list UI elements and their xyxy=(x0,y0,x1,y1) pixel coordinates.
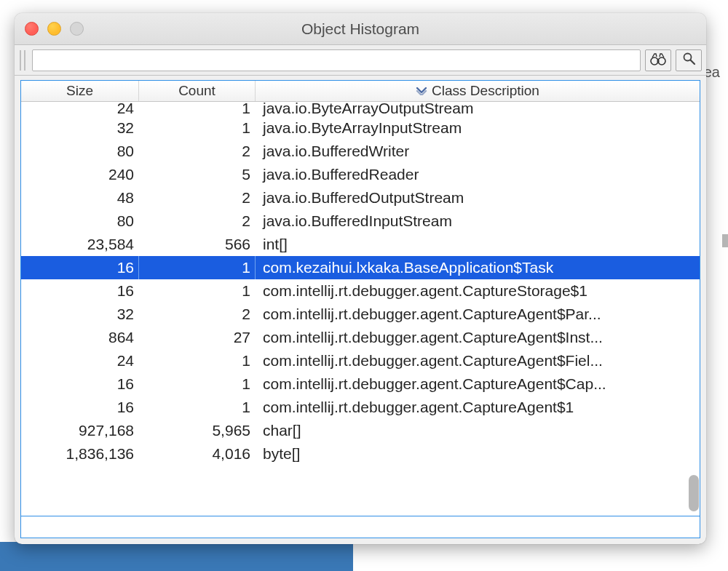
cell-size: 32 xyxy=(21,303,139,326)
cell-description: com.intellij.rt.debugger.agent.CaptureAg… xyxy=(256,326,700,349)
search-input[interactable] xyxy=(32,49,641,71)
cell-size: 80 xyxy=(21,140,139,163)
cell-description: java.io.BufferedInputStream xyxy=(256,209,700,233)
cell-size: 24 xyxy=(21,102,139,116)
svg-line-4 xyxy=(691,60,695,65)
cell-size: 240 xyxy=(21,163,139,186)
table-row[interactable]: 161com.intellij.rt.debugger.agent.Captur… xyxy=(21,396,700,419)
cell-count: 1 xyxy=(139,349,256,372)
table-row[interactable]: 1,836,1364,016byte[] xyxy=(21,442,700,466)
cell-description: char[] xyxy=(256,419,700,442)
cell-size: 48 xyxy=(21,186,139,209)
table-row[interactable]: 482java.io.BufferedOutputStream xyxy=(21,186,700,209)
cell-size: 16 xyxy=(21,372,139,396)
cell-description: com.intellij.rt.debugger.agent.CaptureAg… xyxy=(256,396,700,419)
close-button[interactable] xyxy=(25,22,39,36)
search-button[interactable] xyxy=(676,49,702,71)
cell-count: 1 xyxy=(139,102,256,116)
cell-description: com.intellij.rt.debugger.agent.CaptureAg… xyxy=(256,303,700,326)
cell-description: java.io.ByteArrayOutputStream xyxy=(256,102,700,116)
cell-description: com.intellij.rt.debugger.agent.CaptureAg… xyxy=(256,372,700,396)
cell-description: int[] xyxy=(256,233,700,256)
table-body[interactable]: 241java.io.ByteArrayOutputStream321java.… xyxy=(21,102,700,516)
cell-size: 23,584 xyxy=(21,233,139,256)
cell-count: 566 xyxy=(139,233,256,256)
cell-count: 2 xyxy=(139,140,256,163)
column-count[interactable]: Count xyxy=(139,81,256,101)
bg-decor-right xyxy=(722,234,728,247)
column-size[interactable]: Size xyxy=(21,81,139,101)
cell-count: 1 xyxy=(139,279,256,303)
toolbar-grip-icon xyxy=(17,50,28,71)
cell-size: 24 xyxy=(21,349,139,372)
cell-count: 1 xyxy=(139,116,256,140)
cell-size: 80 xyxy=(21,209,139,233)
cell-size: 1,836,136 xyxy=(21,442,139,466)
cell-size: 16 xyxy=(21,396,139,419)
table-row[interactable]: 86427com.intellij.rt.debugger.agent.Capt… xyxy=(21,326,700,349)
maximize-button[interactable] xyxy=(70,22,84,36)
svg-rect-2 xyxy=(657,60,660,62)
cell-count: 1 xyxy=(139,372,256,396)
cell-count: 2 xyxy=(139,186,256,209)
magnifier-icon xyxy=(681,51,696,69)
scrollbar-thumb[interactable] xyxy=(689,475,699,511)
cell-description: java.io.BufferedReader xyxy=(256,163,700,186)
window-title: Object Histogram xyxy=(15,20,706,38)
minimize-button[interactable] xyxy=(47,22,61,36)
sort-icon xyxy=(416,83,427,99)
titlebar[interactable]: Object Histogram xyxy=(15,13,706,45)
cell-size: 927,168 xyxy=(21,419,139,442)
cell-size: 32 xyxy=(21,116,139,140)
cell-count: 5,965 xyxy=(139,419,256,442)
column-size-label: Size xyxy=(66,83,93,99)
bg-decor-bottom xyxy=(0,542,353,571)
column-class-description[interactable]: Class Description xyxy=(256,81,700,101)
table-row[interactable]: 322com.intellij.rt.debugger.agent.Captur… xyxy=(21,303,700,326)
cell-size: 16 xyxy=(21,256,139,279)
table-row[interactable]: 241com.intellij.rt.debugger.agent.Captur… xyxy=(21,349,700,372)
histogram-table: Size Count Class Description 241jav xyxy=(20,80,700,538)
table-row[interactable]: 802java.io.BufferedInputStream xyxy=(21,209,700,233)
cell-count: 27 xyxy=(139,326,256,349)
cell-count: 2 xyxy=(139,209,256,233)
cell-description: java.io.BufferedWriter xyxy=(256,140,700,163)
table-row[interactable]: 321java.io.ByteArrayInputStream xyxy=(21,116,700,140)
binoculars-icon xyxy=(650,52,666,69)
cell-count: 5 xyxy=(139,163,256,186)
traffic-lights xyxy=(25,22,84,36)
table-row[interactable]: 161com.intellij.rt.debugger.agent.Captur… xyxy=(21,372,700,396)
cell-size: 864 xyxy=(21,326,139,349)
cell-description: com.intellij.rt.debugger.agent.CaptureAg… xyxy=(256,349,700,372)
cell-count: 1 xyxy=(139,396,256,419)
cell-description: com.intellij.rt.debugger.agent.CaptureSt… xyxy=(256,279,700,303)
toolbar xyxy=(15,45,706,76)
cell-count: 1 xyxy=(139,256,256,279)
table-row[interactable]: 161com.intellij.rt.debugger.agent.Captur… xyxy=(21,279,700,303)
cell-count: 2 xyxy=(139,303,256,326)
content-area: Size Count Class Description 241jav xyxy=(15,76,706,544)
table-header: Size Count Class Description xyxy=(21,81,700,102)
object-histogram-window: Object Histogram xyxy=(15,13,706,544)
column-count-label: Count xyxy=(178,83,215,99)
table-row[interactable]: 23,584566int[] xyxy=(21,233,700,256)
cell-description: java.io.ByteArrayInputStream xyxy=(256,116,700,140)
table-row[interactable]: 161com.kezaihui.lxkaka.BaseApplication$T… xyxy=(21,256,700,279)
cell-description: com.kezaihui.lxkaka.BaseApplication$Task xyxy=(256,256,700,279)
binoculars-button[interactable] xyxy=(645,49,671,71)
table-row[interactable]: 2405java.io.BufferedReader xyxy=(21,163,700,186)
table-footer-gap xyxy=(21,516,700,538)
cell-description: byte[] xyxy=(256,442,700,466)
table-row[interactable]: 241java.io.ByteArrayOutputStream xyxy=(21,102,700,116)
table-row[interactable]: 927,1685,965char[] xyxy=(21,419,700,442)
cell-count: 4,016 xyxy=(139,442,256,466)
cell-size: 16 xyxy=(21,279,139,303)
table-row[interactable]: 802java.io.BufferedWriter xyxy=(21,140,700,163)
column-desc-label: Class Description xyxy=(432,83,539,99)
cell-description: java.io.BufferedOutputStream xyxy=(256,186,700,209)
